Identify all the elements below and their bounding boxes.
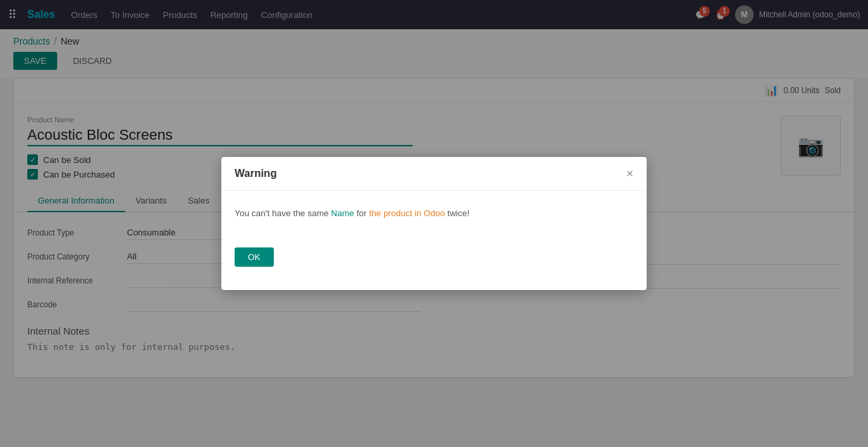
dialog-footer: OK xyxy=(221,237,647,277)
dialog-title: Warning xyxy=(235,168,276,180)
dialog-body: You can't have the same Name for the pro… xyxy=(221,191,647,237)
dialog-message-name: Name xyxy=(331,208,354,218)
dialog-message-suffix: twice! xyxy=(445,208,469,218)
dialog-header: Warning × xyxy=(221,157,647,191)
dialog-ok-button[interactable]: OK xyxy=(235,247,274,267)
dialog-close-button[interactable]: × xyxy=(626,168,633,180)
dialog-message: You can't have the same Name for the pro… xyxy=(235,207,633,221)
dialog-message-product: the product in Odoo xyxy=(369,208,445,218)
warning-dialog: Warning × You can't have the same Name f… xyxy=(221,157,647,290)
dialog-message-prefix: You can't have the same xyxy=(235,208,331,218)
dialog-overlay: Warning × You can't have the same Name f… xyxy=(0,0,868,447)
dialog-message-middle: for xyxy=(354,208,369,218)
